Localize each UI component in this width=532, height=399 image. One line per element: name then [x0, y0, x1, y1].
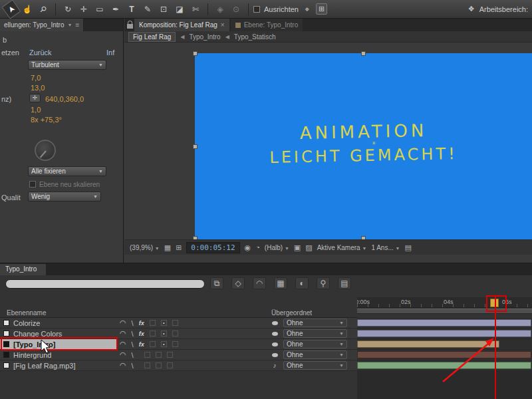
- fx-badge[interactable]: fx: [139, 341, 144, 348]
- breadcrumb-item-typo-intro[interactable]: Typo_Intro: [189, 33, 220, 41]
- layer-track[interactable]: [357, 329, 532, 338]
- align-checkbox[interactable]: [253, 6, 260, 13]
- composition-canvas[interactable]: ANIMATION ✳ LEICHT GEMACHT!: [195, 53, 532, 239]
- layer-track[interactable]: [357, 360, 532, 370]
- roto-brush-tool-icon[interactable]: ✄: [188, 3, 203, 16]
- breadcrumb-item-typo-statisch[interactable]: Typo_Statisch: [234, 33, 276, 41]
- layer-color-chip[interactable]: [3, 362, 9, 368]
- mini-flowchart-icon[interactable]: ⧉: [210, 277, 223, 289]
- switch-box[interactable]: •: [161, 320, 167, 326]
- frame-blending-icon[interactable]: ▦: [274, 277, 287, 289]
- rotation-dial[interactable]: [35, 140, 56, 161]
- hide-shy-layers-icon[interactable]: ◠: [253, 277, 266, 289]
- layer-duration-bar[interactable]: [357, 351, 531, 358]
- switch-box[interactable]: [150, 341, 156, 347]
- quality-switch-icon[interactable]: \: [132, 319, 134, 327]
- switch-box[interactable]: [144, 352, 150, 358]
- reset-link[interactable]: Zurück: [29, 49, 52, 57]
- layer-track[interactable]: [357, 339, 532, 349]
- video-switch[interactable]: [269, 351, 281, 358]
- shy-switch-icon[interactable]: ◠: [120, 329, 126, 338]
- view-layout-dropdown[interactable]: 1 Ans... ▼: [371, 244, 400, 251]
- quality-switch-icon[interactable]: \: [132, 330, 134, 338]
- zoom-dropdown[interactable]: (39,9%) ▼: [130, 244, 160, 251]
- layer-handle[interactable]: [193, 51, 198, 56]
- brush-tool-icon[interactable]: ✎: [140, 3, 155, 16]
- effect-controls-tab[interactable]: ellungen: Typo_Intro ▼ ≡: [0, 19, 84, 31]
- tab-layer[interactable]: Ebene: Typo_Intro: [231, 19, 303, 31]
- layer-duration-bar[interactable]: [357, 340, 499, 348]
- switch-box[interactable]: [150, 331, 156, 336]
- pan-behind-tool-icon[interactable]: ✛: [76, 3, 91, 16]
- switch-box[interactable]: [144, 362, 150, 368]
- fx-badge[interactable]: fx: [139, 331, 144, 337]
- switch-box[interactable]: [172, 341, 178, 347]
- resize-layer-checkbox[interactable]: [29, 181, 36, 188]
- graph-editor-icon[interactable]: ▤: [338, 277, 351, 289]
- video-switch[interactable]: [269, 340, 281, 348]
- switch-box[interactable]: [156, 362, 162, 368]
- tab-close-icon[interactable]: ×: [221, 21, 225, 29]
- grid-icon[interactable]: ⊞: [176, 243, 182, 252]
- panel-menu-icon[interactable]: ≡: [75, 21, 79, 29]
- workspace-icon[interactable]: ❖: [468, 5, 475, 13]
- quality-switch-icon[interactable]: \: [132, 362, 134, 370]
- fractal-type-dropdown[interactable]: Turbulent ▼: [28, 60, 106, 70]
- shy-switch-icon[interactable]: ◠: [120, 350, 126, 359]
- search-icon[interactable]: ⚲: [317, 277, 330, 289]
- draft-3d-icon[interactable]: ◇: [231, 277, 245, 289]
- info-link-fragment[interactable]: Inf: [106, 49, 114, 57]
- layer-name-cell[interactable]: Hintergrund: [0, 350, 117, 360]
- panel-lock-icon[interactable]: [127, 24, 133, 29]
- switch-box[interactable]: [172, 331, 178, 336]
- fx-badge[interactable]: fx: [139, 320, 144, 327]
- timeline-search-input[interactable]: [5, 279, 205, 289]
- layer-color-chip[interactable]: [3, 320, 9, 326]
- value-complexity[interactable]: 7,0: [31, 74, 41, 82]
- parent-dropdown[interactable]: Ohne ▼: [283, 329, 347, 338]
- current-time-indicator-line[interactable]: [495, 297, 496, 399]
- safe-margins-icon[interactable]: ▦: [164, 243, 171, 252]
- quality-switch-icon[interactable]: \: [132, 351, 134, 359]
- layer-track[interactable]: [357, 350, 532, 360]
- pixel-aspect-icon[interactable]: ▤: [404, 243, 411, 252]
- hand-tool-icon[interactable]: ☝: [20, 3, 35, 16]
- selection-tool-icon[interactable]: ➤: [1, 0, 21, 19]
- camera-dropdown[interactable]: Aktive Kamera ▼: [317, 244, 367, 251]
- show-channels-icon[interactable]: ◔: [255, 243, 260, 251]
- switch-box[interactable]: •: [161, 341, 167, 347]
- transparency-grid-icon[interactable]: ▨: [305, 243, 312, 252]
- parent-dropdown[interactable]: Ohne ▼: [283, 350, 347, 359]
- layer-color-chip[interactable]: [3, 352, 9, 358]
- quality-switch-icon[interactable]: \: [132, 340, 134, 348]
- parent-dropdown[interactable]: Ohne ▼: [283, 361, 347, 370]
- video-switch[interactable]: [269, 330, 281, 337]
- eraser-tool-icon[interactable]: ◪: [172, 3, 187, 16]
- column-header-parent[interactable]: Übergeordnet: [271, 309, 312, 317]
- mask-rectangle-tool-icon[interactable]: ▭: [92, 3, 107, 16]
- shy-switch-icon[interactable]: ◠: [120, 340, 126, 348]
- switch-box[interactable]: [167, 352, 173, 358]
- timecode-display[interactable]: 0:00:05:12: [186, 242, 239, 253]
- layer-row-hintergrund[interactable]: Hintergrund ◠ \ Ohne ▼: [0, 350, 532, 360]
- layer-duration-bar[interactable]: [357, 319, 531, 327]
- snap-icon[interactable]: ⌖: [300, 3, 315, 16]
- switch-box[interactable]: [156, 352, 162, 358]
- grid-guides-button[interactable]: ⊞: [316, 3, 327, 15]
- point-picker-icon[interactable]: ✛: [29, 94, 41, 102]
- composition-viewport[interactable]: ANIMATION ✳ LEICHT GEMACHT!: [124, 43, 532, 239]
- layer-duration-bar[interactable]: [357, 330, 531, 337]
- switch-box[interactable]: [167, 362, 173, 368]
- text-tool-icon[interactable]: T: [124, 3, 139, 16]
- timeline-tab[interactable]: Typo_Intro: [0, 264, 46, 275]
- resolution-dropdown[interactable]: (Halb) ▼: [265, 244, 289, 251]
- rotation-tool-icon[interactable]: ↻: [61, 3, 75, 16]
- breadcrumb-item-composition[interactable]: Fig Leaf Rag: [128, 32, 176, 42]
- layer-color-chip[interactable]: [3, 331, 9, 336]
- audio-switch[interactable]: ♪: [269, 362, 281, 369]
- pen-tool-icon[interactable]: ✒: [108, 3, 123, 16]
- value-amount[interactable]: 1,0: [31, 106, 41, 114]
- layer-row-colorize[interactable]: Colorize ◠ \ fx • Ohne ▼: [0, 318, 532, 329]
- layer-row-audio[interactable]: [Fig Leaf Rag.mp3] ◠ \ ♪ Ohne ▼: [0, 360, 532, 371]
- switch-box[interactable]: •: [161, 331, 167, 336]
